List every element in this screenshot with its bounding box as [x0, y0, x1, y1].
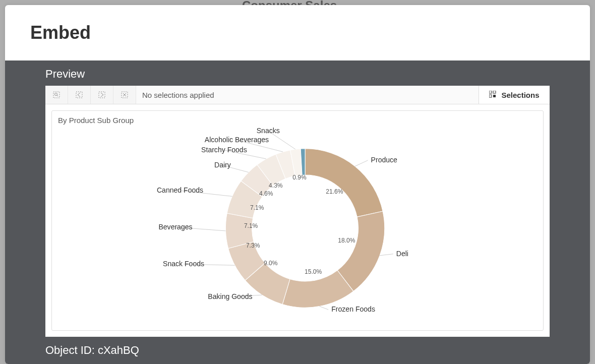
svg-rect-4 — [99, 92, 105, 98]
chart-panel[interactable]: By Product Sub Group Produce21.6%Deli18.… — [51, 110, 544, 331]
selections-toolbar: No selections applied Selections — [45, 86, 550, 104]
embed-preview: No selections applied Selections By Prod… — [45, 86, 550, 337]
slice-label: Starchy Foods — [201, 146, 247, 154]
slice-percent: 7.3% — [246, 242, 260, 249]
slice-label: Alcoholic Beverages — [205, 136, 269, 144]
slice-label: Canned Foods — [157, 186, 203, 194]
svg-rect-10 — [489, 95, 492, 97]
donut-chart[interactable]: Produce21.6%Deli18.0%Frozen Foods15.0%Ba… — [52, 126, 543, 330]
slice-label: Deli — [396, 250, 408, 258]
modal-title: Embed — [30, 22, 91, 43]
chart-title: By Product Sub Group — [58, 116, 537, 125]
svg-rect-11 — [493, 95, 496, 97]
svg-rect-8 — [489, 91, 492, 93]
slice-label: Snacks — [257, 127, 280, 135]
step-back-icon[interactable] — [68, 86, 91, 104]
slice-label: Produce — [371, 156, 398, 164]
modal-header: Embed — [5, 5, 590, 60]
leader-line — [355, 160, 368, 166]
selections-button-label: Selections — [501, 91, 539, 99]
step-fwd-icon[interactable] — [91, 86, 113, 104]
slice-label: Frozen Foods — [331, 305, 375, 313]
slice-percent: 7.1% — [244, 223, 258, 230]
leader-line — [380, 254, 393, 256]
toolbar-left — [45, 86, 136, 104]
selections-tool-icon — [489, 91, 496, 99]
slice-percent: 7.1% — [250, 204, 264, 211]
svg-rect-0 — [53, 92, 60, 98]
leader-line — [320, 307, 329, 310]
embed-modal: Embed Preview — [5, 5, 590, 364]
slice-label: Dairy — [214, 161, 231, 169]
svg-rect-9 — [493, 91, 496, 93]
object-id-label: Object ID: — [45, 344, 95, 356]
clear-icon[interactable] — [113, 86, 136, 104]
slice-label: Baking Goods — [208, 292, 252, 300]
slice-label: Snack Foods — [163, 260, 204, 268]
svg-point-1 — [55, 93, 57, 96]
preview-section-label: Preview — [45, 60, 550, 86]
slice-percent: 9.0% — [264, 260, 278, 267]
smart-search-icon[interactable] — [45, 86, 68, 104]
object-id-value: cXahBQ — [98, 344, 139, 356]
slice-percent: 21.6% — [326, 188, 343, 195]
slice-percent: 0.9% — [292, 174, 307, 181]
svg-rect-3 — [76, 92, 82, 98]
modal-body: Preview — [5, 60, 590, 364]
svg-line-2 — [57, 95, 58, 96]
object-id-line: Object ID: cXahBQ — [45, 337, 550, 364]
slice-percent: 18.0% — [338, 237, 355, 244]
slice-label: Beverages — [158, 223, 192, 231]
slice-percent: 4.3% — [269, 182, 283, 189]
selections-button[interactable]: Selections — [479, 86, 550, 104]
slice-percent: 4.6% — [259, 190, 273, 197]
no-selections-message: No selections applied — [136, 86, 479, 104]
slice-percent: 15.0% — [305, 268, 322, 275]
